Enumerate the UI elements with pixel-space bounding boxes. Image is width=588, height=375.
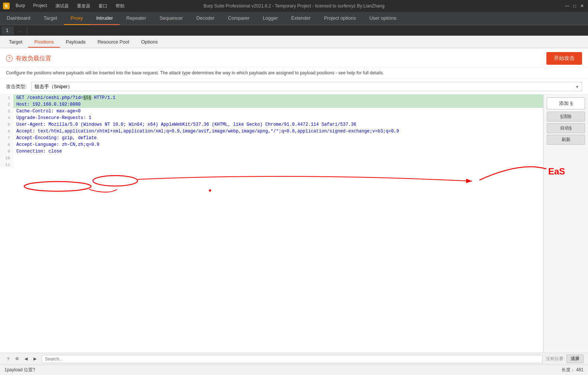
line-content: Host: 192.168.0.102:8080 — [13, 101, 543, 108]
search-input[interactable] — [42, 355, 543, 363]
burp-logo: B — [3, 3, 10, 9]
nav-project-options[interactable]: Project options — [317, 12, 363, 25]
help-icon[interactable]: ? — [6, 55, 13, 62]
line-row: 7Accept-Encoding: gzip, deflate — [0, 135, 543, 141]
line-row: 6Accept: text/html,application/xhtml+xml… — [0, 128, 543, 135]
info-bar: 1payload 位置? 长度： 481 — [0, 365, 588, 375]
subtab-positions[interactable]: Positions — [28, 37, 60, 48]
line-number: 11 — [0, 161, 13, 168]
line-row: 4Upgrade-Insecure-Requests: 1 — [0, 115, 543, 121]
intruder-tab-dots[interactable]: … — [13, 26, 27, 35]
line-content: Accept: text/html,application/xhtml+xml,… — [13, 128, 543, 135]
auto-payload-button[interactable]: 自动§ — [547, 123, 585, 133]
line-number: 5 — [0, 121, 13, 128]
line-row: 10 — [0, 155, 543, 161]
page-description: Configure the positions where payloads w… — [0, 67, 588, 79]
attack-type-row: 攻击类型: 狙击手（Sniper）攻城槌（Battering Ram）音叉（Pi… — [0, 79, 588, 94]
attack-type-select[interactable]: 狙击手（Sniper）攻城槌（Battering Ram）音叉（Pitchfor… — [31, 82, 582, 91]
line-row: 5User-Agent: Mozilla/5.0 (Windows NT 10.… — [0, 121, 543, 128]
line-content — [13, 155, 543, 161]
line-row: 9Connection: close — [0, 148, 543, 155]
main-content: ? 有效负载位置 开始攻击 Configure the positions wh… — [0, 48, 588, 353]
nav-intruder[interactable]: Intruder — [90, 12, 120, 25]
menu-bar: Burp Project 测试器 重发器 窗口 帮助 — [12, 2, 128, 10]
menu-burp[interactable]: Burp — [12, 2, 29, 10]
line-number: 8 — [0, 141, 13, 148]
refresh-button[interactable]: 刷新 — [547, 135, 585, 145]
nav-logger[interactable]: Logger — [256, 12, 284, 25]
sub-navigation: Target Positions Payloads Resource Pool … — [0, 36, 588, 48]
line-content: Upgrade-Insecure-Requests: 1 — [13, 115, 543, 121]
clear-screen-button[interactable]: 清屏 — [566, 355, 584, 363]
line-row: 1GET /ceshi/ceshi.php/?id=§5§ HTTP/1.1 — [0, 94, 543, 101]
line-content: Accept-Language: zh-CN,zh;q=0.9 — [13, 141, 543, 148]
line-row: 3Cache-Control: max-age=0 — [0, 108, 543, 115]
payload-count-label: 1payload 位置? — [4, 367, 35, 373]
clear-payload-button[interactable]: §清除 — [547, 112, 585, 122]
nav-target[interactable]: Target — [37, 12, 64, 25]
window-title: Burp Suite Professional v2021.6.2 - Temp… — [204, 3, 385, 9]
attack-type-select-wrapper: 狙击手（Sniper）攻城槌（Battering Ram）音叉（Pitchfor… — [31, 82, 582, 91]
length-value: 481 — [576, 367, 584, 372]
page-header: ? 有效负载位置 开始攻击 — [0, 48, 588, 67]
window-controls: — □ ✕ — [564, 3, 585, 9]
editor-wrapper: 1GET /ceshi/ceshi.php/?id=§5§ HTTP/1.12H… — [0, 94, 588, 353]
forward-icon[interactable]: ▶ — [31, 355, 39, 363]
line-number: 1 — [0, 94, 13, 101]
length-info: 长度： 481 — [562, 367, 584, 373]
maximize-button[interactable]: □ — [572, 3, 578, 9]
menu-test[interactable]: 测试器 — [52, 2, 72, 10]
menu-window[interactable]: 窗口 — [95, 2, 111, 10]
no-match-label: 没有比赛 — [546, 356, 563, 362]
nav-sequencer[interactable]: Sequencer — [153, 12, 190, 25]
titlebar: B Burp Project 测试器 重发器 窗口 帮助 Burp Suite … — [0, 0, 588, 12]
nav-dashboard[interactable]: Dashboard — [0, 12, 37, 25]
line-number: 7 — [0, 135, 13, 141]
settings-icon[interactable]: ⚙ — [13, 355, 21, 363]
line-number: 3 — [0, 108, 13, 115]
line-number: 4 — [0, 115, 13, 121]
line-row: 8Accept-Language: zh-CN,zh;q=0.9 — [0, 141, 543, 148]
help-status-icon[interactable]: ? — [4, 355, 12, 363]
nav-comparer[interactable]: Comparer — [221, 12, 256, 25]
line-row: 11 — [0, 161, 543, 168]
status-icons: ? ⚙ ◀ ▶ — [4, 355, 39, 363]
payload-marker: §5§ — [83, 95, 91, 100]
menu-project[interactable]: Project — [29, 2, 51, 10]
subtab-target[interactable]: Target — [3, 37, 28, 48]
line-content — [13, 161, 543, 168]
add-payload-button[interactable]: 添加 § — [547, 97, 585, 109]
start-attack-button[interactable]: 开始攻击 — [546, 52, 582, 65]
line-content: Connection: close — [13, 148, 543, 155]
menu-help[interactable]: 帮助 — [112, 2, 128, 10]
nav-decoder[interactable]: Decoder — [190, 12, 221, 25]
attack-type-label: 攻击类型: — [6, 83, 27, 90]
line-number: 10 — [0, 155, 13, 161]
length-label: 长度： — [562, 367, 575, 372]
status-bar: ? ⚙ ◀ ▶ 没有比赛 清屏 — [0, 353, 588, 365]
minimize-button[interactable]: — — [564, 3, 570, 9]
intruder-tab-bar: 1 … — [0, 25, 588, 36]
nav-extender[interactable]: Extender — [285, 12, 317, 25]
line-row: 2Host: 192.168.0.102:8080 — [0, 101, 543, 108]
close-button[interactable]: ✕ — [579, 3, 585, 9]
line-content: Accept-Encoding: gzip, deflate — [13, 135, 543, 141]
right-panel: 添加 § §清除 自动§ 刷新 — [543, 94, 588, 353]
subtab-payloads[interactable]: Payloads — [60, 37, 91, 48]
menu-resend[interactable]: 重发器 — [73, 2, 94, 10]
nav-repeater[interactable]: Repeater — [120, 12, 153, 25]
line-content: User-Agent: Mozilla/5.0 (Windows NT 10.0… — [13, 121, 543, 128]
main-navigation: Dashboard Target Proxy Intruder Repeater… — [0, 12, 588, 25]
line-number: 6 — [0, 128, 13, 135]
request-editor[interactable]: 1GET /ceshi/ceshi.php/?id=§5§ HTTP/1.12H… — [0, 94, 543, 353]
line-number: 2 — [0, 101, 13, 108]
nav-proxy[interactable]: Proxy — [64, 12, 90, 25]
intruder-tab-1[interactable]: 1 — [1, 26, 13, 35]
line-content: GET /ceshi/ceshi.php/?id=§5§ HTTP/1.1 — [13, 94, 543, 101]
nav-user-options[interactable]: User options — [363, 12, 403, 25]
back-icon[interactable]: ◀ — [22, 355, 30, 363]
line-number: 9 — [0, 148, 13, 155]
subtab-resource-pool[interactable]: Resource Pool — [91, 37, 135, 48]
page-title: 有效负载位置 — [16, 55, 51, 62]
subtab-options[interactable]: Options — [135, 37, 164, 48]
